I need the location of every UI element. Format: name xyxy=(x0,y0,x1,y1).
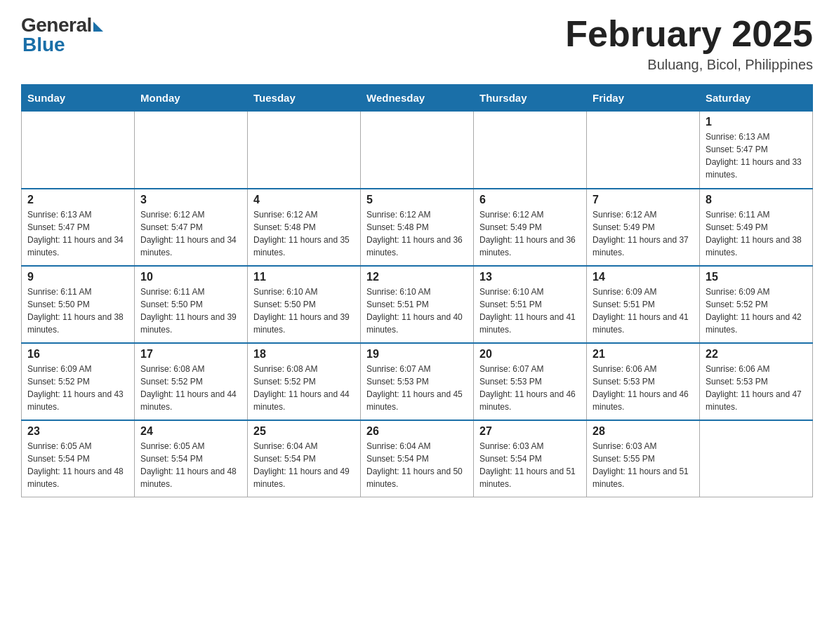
day-info: Sunrise: 6:08 AMSunset: 5:52 PMDaylight:… xyxy=(140,363,241,413)
day-info: Sunrise: 6:06 AMSunset: 5:53 PMDaylight:… xyxy=(706,363,807,413)
table-row: 17Sunrise: 6:08 AMSunset: 5:52 PMDayligh… xyxy=(135,343,248,420)
day-number: 9 xyxy=(27,271,128,283)
header-friday: Friday xyxy=(587,85,700,112)
day-number: 15 xyxy=(706,271,807,283)
table-row: 19Sunrise: 6:07 AMSunset: 5:53 PMDayligh… xyxy=(361,343,474,420)
day-number: 20 xyxy=(479,348,581,361)
table-row: 6Sunrise: 6:12 AMSunset: 5:49 PMDaylight… xyxy=(474,189,587,266)
day-info: Sunrise: 6:10 AMSunset: 5:50 PMDaylight:… xyxy=(253,286,355,336)
day-info: Sunrise: 6:11 AMSunset: 5:50 PMDaylight:… xyxy=(27,286,128,336)
day-info: Sunrise: 6:03 AMSunset: 5:54 PMDaylight:… xyxy=(479,440,581,490)
day-number: 12 xyxy=(366,271,468,283)
table-row: 20Sunrise: 6:07 AMSunset: 5:53 PMDayligh… xyxy=(474,343,587,420)
table-row: 12Sunrise: 6:10 AMSunset: 5:51 PMDayligh… xyxy=(361,266,474,343)
calendar-body: 1Sunrise: 6:13 AMSunset: 5:47 PMDaylight… xyxy=(22,112,813,497)
table-row: 10Sunrise: 6:11 AMSunset: 5:50 PMDayligh… xyxy=(135,266,248,343)
logo-triangle-icon xyxy=(93,22,103,32)
table-row xyxy=(587,112,700,189)
day-number: 5 xyxy=(366,194,468,206)
day-info: Sunrise: 6:07 AMSunset: 5:53 PMDaylight:… xyxy=(366,363,468,413)
header-wednesday: Wednesday xyxy=(361,85,474,112)
calendar-week-2: 2Sunrise: 6:13 AMSunset: 5:47 PMDaylight… xyxy=(22,189,813,266)
day-info: Sunrise: 6:05 AMSunset: 5:54 PMDaylight:… xyxy=(140,440,241,490)
month-title: February 2025 xyxy=(565,14,813,54)
day-info: Sunrise: 6:09 AMSunset: 5:51 PMDaylight:… xyxy=(593,286,694,336)
day-number: 18 xyxy=(253,348,355,361)
day-number: 23 xyxy=(27,425,128,438)
day-number: 7 xyxy=(593,194,694,206)
day-number: 17 xyxy=(140,348,241,361)
day-number: 8 xyxy=(706,194,807,206)
day-number: 11 xyxy=(253,271,355,283)
table-row: 27Sunrise: 6:03 AMSunset: 5:54 PMDayligh… xyxy=(474,420,587,497)
day-number: 10 xyxy=(140,271,241,283)
table-row: 23Sunrise: 6:05 AMSunset: 5:54 PMDayligh… xyxy=(22,420,135,497)
day-number: 19 xyxy=(366,348,468,361)
day-info: Sunrise: 6:10 AMSunset: 5:51 PMDaylight:… xyxy=(479,286,581,336)
day-info: Sunrise: 6:13 AMSunset: 5:47 PMDaylight:… xyxy=(27,208,128,259)
day-number: 25 xyxy=(253,425,355,438)
table-row xyxy=(22,112,135,189)
table-row: 25Sunrise: 6:04 AMSunset: 5:54 PMDayligh… xyxy=(248,420,361,497)
table-row: 13Sunrise: 6:10 AMSunset: 5:51 PMDayligh… xyxy=(474,266,587,343)
day-number: 28 xyxy=(593,425,694,438)
logo-blue-text: Blue xyxy=(22,34,65,56)
page-header: General Blue February 2025 Buluang, Bico… xyxy=(21,14,813,73)
day-number: 13 xyxy=(479,271,581,283)
day-number: 6 xyxy=(479,194,581,206)
day-info: Sunrise: 6:03 AMSunset: 5:55 PMDaylight:… xyxy=(593,440,694,490)
day-info: Sunrise: 6:12 AMSunset: 5:49 PMDaylight:… xyxy=(593,208,694,259)
table-row: 4Sunrise: 6:12 AMSunset: 5:48 PMDaylight… xyxy=(248,189,361,266)
table-row: 2Sunrise: 6:13 AMSunset: 5:47 PMDaylight… xyxy=(22,189,135,266)
table-row xyxy=(474,112,587,189)
table-row: 24Sunrise: 6:05 AMSunset: 5:54 PMDayligh… xyxy=(135,420,248,497)
table-row xyxy=(361,112,474,189)
table-row: 8Sunrise: 6:11 AMSunset: 5:49 PMDaylight… xyxy=(700,189,813,266)
calendar-week-5: 23Sunrise: 6:05 AMSunset: 5:54 PMDayligh… xyxy=(22,420,813,497)
calendar-week-4: 16Sunrise: 6:09 AMSunset: 5:52 PMDayligh… xyxy=(22,343,813,420)
day-info: Sunrise: 6:12 AMSunset: 5:49 PMDaylight:… xyxy=(479,208,581,259)
day-info: Sunrise: 6:11 AMSunset: 5:50 PMDaylight:… xyxy=(140,286,241,336)
table-row: 22Sunrise: 6:06 AMSunset: 5:53 PMDayligh… xyxy=(700,343,813,420)
header-thursday: Thursday xyxy=(474,85,587,112)
day-number: 24 xyxy=(140,425,241,438)
title-area: February 2025 Buluang, Bicol, Philippine… xyxy=(565,14,813,73)
day-number: 16 xyxy=(27,348,128,361)
day-info: Sunrise: 6:13 AMSunset: 5:47 PMDaylight:… xyxy=(706,130,807,181)
table-row: 11Sunrise: 6:10 AMSunset: 5:50 PMDayligh… xyxy=(248,266,361,343)
day-info: Sunrise: 6:06 AMSunset: 5:53 PMDaylight:… xyxy=(593,363,694,413)
calendar-table: Sunday Monday Tuesday Wednesday Thursday… xyxy=(21,84,813,497)
day-info: Sunrise: 6:12 AMSunset: 5:48 PMDaylight:… xyxy=(253,208,355,259)
header-sunday: Sunday xyxy=(22,85,135,112)
table-row xyxy=(135,112,248,189)
weekday-header-row: Sunday Monday Tuesday Wednesday Thursday… xyxy=(22,85,813,112)
day-number: 1 xyxy=(706,116,807,128)
day-number: 14 xyxy=(593,271,694,283)
table-row: 15Sunrise: 6:09 AMSunset: 5:52 PMDayligh… xyxy=(700,266,813,343)
table-row xyxy=(700,420,813,497)
table-row: 16Sunrise: 6:09 AMSunset: 5:52 PMDayligh… xyxy=(22,343,135,420)
day-info: Sunrise: 6:08 AMSunset: 5:52 PMDaylight:… xyxy=(253,363,355,413)
table-row: 7Sunrise: 6:12 AMSunset: 5:49 PMDaylight… xyxy=(587,189,700,266)
day-number: 2 xyxy=(27,194,128,206)
table-row: 18Sunrise: 6:08 AMSunset: 5:52 PMDayligh… xyxy=(248,343,361,420)
day-info: Sunrise: 6:12 AMSunset: 5:47 PMDaylight:… xyxy=(140,208,241,259)
day-number: 22 xyxy=(706,348,807,361)
day-number: 27 xyxy=(479,425,581,438)
logo: General Blue xyxy=(21,14,103,56)
day-number: 3 xyxy=(140,194,241,206)
table-row: 1Sunrise: 6:13 AMSunset: 5:47 PMDaylight… xyxy=(700,112,813,189)
table-row: 28Sunrise: 6:03 AMSunset: 5:55 PMDayligh… xyxy=(587,420,700,497)
day-info: Sunrise: 6:04 AMSunset: 5:54 PMDaylight:… xyxy=(366,440,468,490)
day-info: Sunrise: 6:10 AMSunset: 5:51 PMDaylight:… xyxy=(366,286,468,336)
day-info: Sunrise: 6:12 AMSunset: 5:48 PMDaylight:… xyxy=(366,208,468,259)
table-row: 5Sunrise: 6:12 AMSunset: 5:48 PMDaylight… xyxy=(361,189,474,266)
calendar-week-1: 1Sunrise: 6:13 AMSunset: 5:47 PMDaylight… xyxy=(22,112,813,189)
day-info: Sunrise: 6:04 AMSunset: 5:54 PMDaylight:… xyxy=(253,440,355,490)
table-row: 26Sunrise: 6:04 AMSunset: 5:54 PMDayligh… xyxy=(361,420,474,497)
header-monday: Monday xyxy=(135,85,248,112)
location-text: Buluang, Bicol, Philippines xyxy=(565,57,813,73)
table-row: 9Sunrise: 6:11 AMSunset: 5:50 PMDaylight… xyxy=(22,266,135,343)
day-number: 26 xyxy=(366,425,468,438)
table-row: 14Sunrise: 6:09 AMSunset: 5:51 PMDayligh… xyxy=(587,266,700,343)
